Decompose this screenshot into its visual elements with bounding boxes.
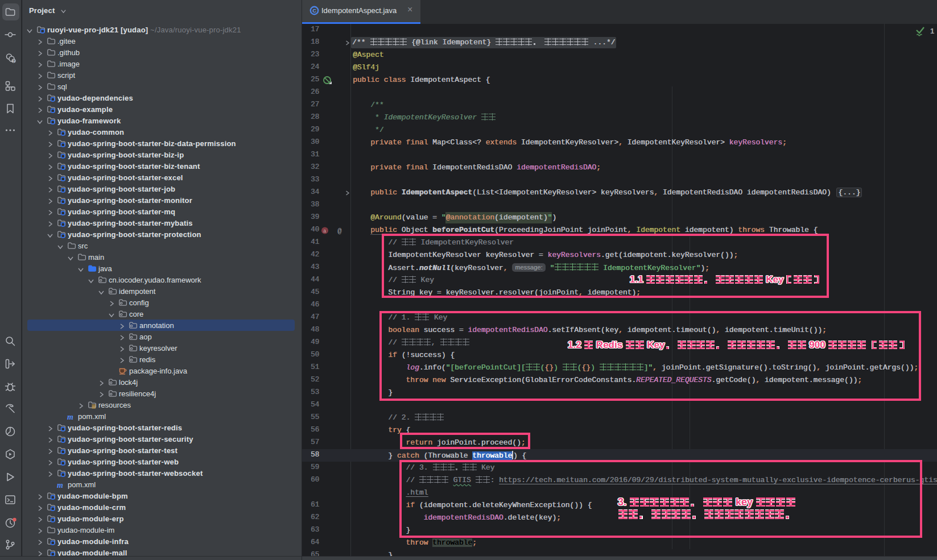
svg-text:?: ? (13, 59, 15, 63)
svg-text:@: @ (337, 227, 342, 235)
svg-text:C: C (312, 7, 316, 14)
svg-text:a: a (323, 229, 327, 234)
